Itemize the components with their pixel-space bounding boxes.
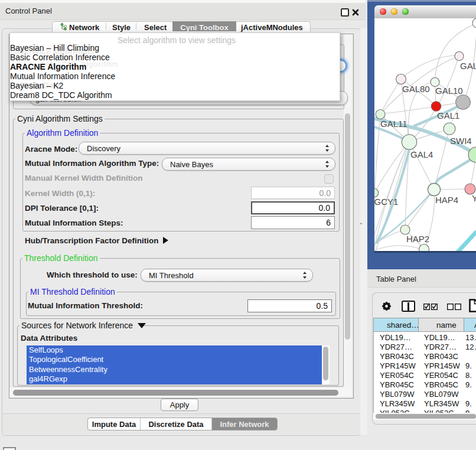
svg-text:HAP2: HAP2	[406, 234, 429, 244]
svg-text:HAP4: HAP4	[435, 195, 458, 205]
svg-text:GAL10: GAL10	[435, 86, 463, 96]
svg-text:Y: Y	[472, 193, 476, 203]
svg-text:GAL80: GAL80	[402, 84, 430, 94]
svg-text:SWI4: SWI4	[450, 136, 472, 146]
svg-text:GAL11: GAL11	[380, 119, 407, 129]
svg-text:GAL4: GAL4	[410, 149, 433, 159]
svg-text:GAL1: GAL1	[437, 110, 459, 120]
svg-text:GAL7: GAL7	[460, 61, 476, 71]
svg-text:GCY1: GCY1	[374, 197, 398, 207]
